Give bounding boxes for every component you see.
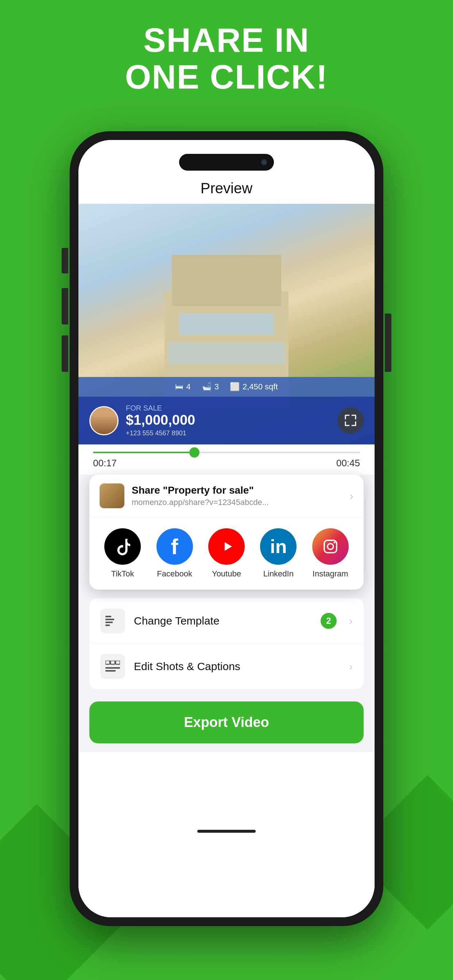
linkedin-label: LinkedIn	[263, 569, 293, 579]
home-indicator	[78, 752, 375, 917]
share-header: Share "Property for sale" momenzo.app/sh…	[89, 475, 364, 517]
menu-item-change-template[interactable]: Change Template 2 ›	[89, 598, 364, 644]
svg-rect-11	[105, 667, 120, 669]
svg-rect-4	[105, 616, 111, 617]
listing-info: FOR SALE $1,000,000 +123 555 4567 8901	[126, 404, 364, 437]
baths-stat: 🛁 3	[202, 382, 219, 391]
beds-stat: 🛏 4	[175, 382, 190, 391]
linkedin-icon-circle[interactable]: in	[260, 528, 297, 565]
agent-phone: +123 555 4567 8901	[126, 430, 364, 437]
video-preview[interactable]: 🛏 4 🛁 3 ⬜ 2,450 sqft	[78, 204, 375, 444]
timeline-times: 00:17 00:45	[93, 458, 360, 469]
svg-point-3	[333, 542, 335, 544]
export-video-button[interactable]: Export Video	[89, 702, 364, 743]
building-windows-bottom	[168, 342, 285, 364]
timeline-bar[interactable]	[93, 452, 360, 453]
side-button-mute	[62, 248, 68, 274]
header-line1: SHARE IN	[0, 22, 453, 59]
tiktok-icon-circle[interactable]	[104, 528, 141, 565]
svg-rect-8	[105, 660, 110, 664]
svg-marker-0	[225, 542, 232, 551]
side-button-volume-up	[62, 288, 68, 325]
header-line2: ONE CLICK!	[0, 59, 453, 95]
tiktok-label: TikTok	[111, 569, 134, 579]
expand-icon	[344, 414, 357, 427]
time-total: 00:45	[336, 458, 360, 469]
beds-count: 4	[186, 382, 190, 391]
time-current: 00:17	[93, 458, 117, 469]
sqft-stat: ⬜ 2,450 sqft	[230, 382, 278, 391]
share-thumbnail	[100, 484, 124, 508]
screen-content: Preview	[78, 140, 375, 917]
social-item-tiktok[interactable]: TikTok	[104, 528, 141, 579]
expand-button[interactable]	[337, 407, 364, 433]
social-item-instagram[interactable]: Instagram	[312, 528, 349, 579]
timeline-thumb	[189, 447, 199, 458]
change-template-badge: 2	[321, 613, 337, 629]
sqft-icon: ⬜	[230, 382, 239, 391]
change-template-chevron-icon: ›	[349, 615, 353, 627]
building-windows-top	[179, 313, 274, 335]
edit-shots-icon	[100, 654, 125, 679]
building-top	[172, 255, 281, 306]
listing-stats: 🛏 4 🛁 3 ⬜ 2,450 sqft	[78, 377, 375, 397]
social-item-linkedin[interactable]: in LinkedIn	[260, 528, 297, 579]
menu-item-edit-shots[interactable]: Edit Shots & Captions ›	[89, 644, 364, 689]
edit-shots-chevron-icon: ›	[349, 660, 353, 673]
facebook-icon-letter: f	[171, 534, 179, 559]
price-text: $1,000,000	[126, 412, 364, 428]
spacer-2	[78, 689, 375, 693]
side-button-volume-down	[62, 336, 68, 372]
instagram-label: Instagram	[313, 569, 348, 579]
svg-rect-7	[105, 625, 110, 626]
header-text: SHARE IN ONE CLICK!	[0, 22, 453, 95]
page-title: Preview	[78, 180, 375, 197]
instagram-svg	[321, 538, 340, 555]
preview-header: Preview	[78, 177, 375, 204]
baths-count: 3	[214, 382, 219, 391]
social-share-row: TikTok f Facebook	[89, 517, 364, 590]
youtube-label: Youtube	[212, 569, 241, 579]
template-icon-svg	[105, 615, 120, 627]
video-timeline[interactable]: 00:17 00:45	[78, 444, 375, 475]
share-chevron-icon: ›	[349, 489, 353, 503]
svg-rect-6	[105, 622, 113, 623]
edit-shots-label: Edit Shots & Captions	[134, 660, 340, 673]
linkedin-icon-letter: in	[270, 536, 287, 557]
front-camera	[261, 159, 267, 165]
export-button-label: Export Video	[184, 714, 269, 730]
svg-rect-10	[116, 660, 120, 664]
facebook-label: Facebook	[157, 569, 192, 579]
listing-overlay: 🛏 4 🛁 3 ⬜ 2,450 sqft	[78, 377, 375, 444]
share-popup[interactable]: Share "Property for sale" momenzo.app/sh…	[89, 475, 364, 590]
youtube-play-icon	[217, 540, 236, 553]
dynamic-island	[179, 154, 274, 170]
instagram-icon-circle[interactable]	[312, 528, 349, 565]
home-bar	[197, 830, 256, 833]
agent-face	[91, 407, 118, 434]
change-template-icon	[100, 608, 125, 633]
shots-icon-svg	[105, 660, 120, 672]
side-button-power	[385, 313, 391, 372]
svg-rect-5	[105, 619, 114, 620]
social-item-youtube[interactable]: Youtube	[208, 528, 245, 579]
change-template-label: Change Template	[134, 615, 312, 627]
menu-section: Change Template 2 ›	[89, 598, 364, 689]
svg-point-2	[327, 544, 333, 549]
youtube-icon-circle[interactable]	[208, 528, 245, 565]
bath-icon: 🛁	[202, 382, 212, 391]
spacer-1	[78, 590, 375, 598]
share-text-block: Share "Property for sale" momenzo.app/sh…	[132, 485, 342, 507]
share-title: Share "Property for sale"	[132, 485, 342, 496]
svg-rect-9	[110, 660, 115, 664]
share-url: momenzo.app/share?v=12345abcde...	[132, 498, 342, 507]
phone-screen: Preview	[78, 140, 375, 917]
timeline-progress	[93, 452, 195, 453]
svg-rect-12	[105, 670, 116, 671]
bed-icon: 🛏	[175, 382, 183, 391]
phone-mockup: Preview	[70, 131, 383, 926]
sqft-value: 2,450 sqft	[242, 382, 278, 391]
social-item-facebook[interactable]: f Facebook	[156, 528, 193, 579]
facebook-icon-circle[interactable]: f	[156, 528, 193, 565]
tiktok-svg	[113, 538, 132, 555]
